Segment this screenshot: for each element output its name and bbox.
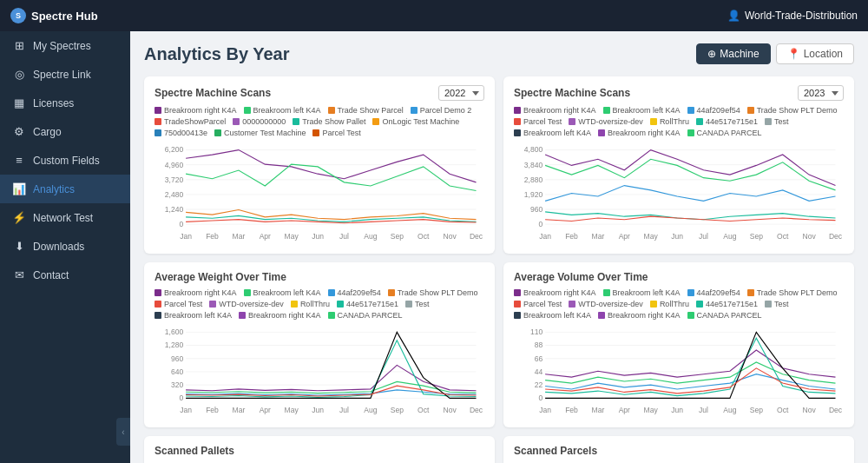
legend-color [328, 312, 335, 319]
sidebar-item-contact[interactable]: ✉ Contact [0, 261, 130, 289]
svg-text:Mar: Mar [592, 406, 605, 414]
legend-color [155, 289, 161, 296]
legend-color [291, 301, 298, 308]
legend-item: Test [405, 300, 430, 308]
sidebar-item-my-spectres[interactable]: ⊞ My Spectres [0, 31, 130, 60]
legend-item: RollThru [650, 117, 689, 126]
svg-text:Feb: Feb [206, 406, 219, 414]
legend-color [155, 312, 161, 319]
legend-label: Breakroom right K4A [608, 129, 681, 137]
chart-top-right-year-select[interactable]: 202220232024 [798, 85, 844, 101]
svg-text:Jan: Jan [180, 406, 192, 414]
legend-item: CANADA PARCEL [328, 311, 403, 320]
legend-label: RollThru [660, 300, 689, 308]
legend-label: Breakroom left K4A [253, 106, 321, 115]
chart-bottom-left-title: Scanned Pallets [155, 445, 234, 457]
sidebar-label-cargo: Cargo [33, 126, 62, 138]
contact-icon: ✉ [12, 268, 26, 281]
legend-label: Breakroom left K4A [613, 106, 681, 115]
chart-top-left-year-select[interactable]: 202220232024 [438, 85, 484, 101]
legend-label: Breakroom left K4A [523, 311, 591, 320]
legend-label: 44af209ef54 [338, 288, 381, 297]
chart-mid-right-svg-container: 022446688110JanFebMarAprMayJunJulAugSepO… [514, 323, 844, 419]
legend-item: Parcel Demo 2 [411, 106, 472, 115]
svg-text:Oct: Oct [777, 232, 789, 241]
chart-mid-left: Average Weight Over Time Breakroom right… [144, 262, 495, 427]
svg-text:May: May [285, 406, 299, 414]
sidebar-item-licenses[interactable]: ▦ Licenses [0, 89, 130, 117]
chart-top-left-header: Spectre Machine Scans 202220232024 [155, 85, 484, 101]
sidebar-item-spectre-link[interactable]: ◎ Spectre Link [0, 60, 130, 89]
legend-item: Breakroom left K4A [155, 311, 232, 320]
svg-text:1,280: 1,280 [165, 341, 184, 349]
legend-label: RollThru [660, 117, 689, 126]
legend-item: 750d00413e [155, 129, 207, 137]
legend-color [687, 289, 694, 296]
svg-text:Dec: Dec [470, 232, 483, 241]
svg-text:88: 88 [535, 341, 543, 349]
chart-mid-right-svg: 022446688110JanFebMarAprMayJunJulAugSepO… [514, 323, 844, 419]
legend-color [239, 312, 246, 319]
legend-item: Test [765, 117, 789, 126]
sidebar-item-network-test[interactable]: ⚡ Network Test [0, 203, 130, 232]
sidebar-item-cargo[interactable]: ⚙ Cargo [0, 117, 130, 146]
legend-label: Parcel Demo 2 [420, 106, 472, 115]
legend-label: Parcel Test [322, 129, 360, 137]
svg-text:66: 66 [535, 354, 543, 363]
legend-color [747, 289, 754, 296]
legend-color [696, 301, 703, 308]
legend-color [514, 289, 521, 296]
sidebar-item-downloads[interactable]: ⬇ Downloads [0, 232, 130, 261]
legend-label: CANADA PARCEL [338, 311, 403, 320]
svg-text:0: 0 [179, 220, 183, 228]
chart-bottom-right: Scanned Parcels CANADA PARCEL 0193857769… [503, 436, 854, 463]
svg-text:6,200: 6,200 [165, 145, 184, 154]
svg-text:Sep: Sep [750, 406, 763, 414]
top-navigation: S Spectre Hub 👤 World-Trade-Distribution [0, 0, 868, 31]
machine-toggle-icon: ⊕ [707, 48, 716, 60]
svg-text:Jan: Jan [539, 232, 551, 241]
legend-item: Breakroom left K4A [603, 288, 681, 297]
legend-item: 44af209ef54 [687, 288, 740, 297]
svg-text:0: 0 [179, 394, 183, 402]
svg-text:0: 0 [538, 220, 542, 228]
legend-color [687, 129, 694, 136]
legend-label: Breakroom right K4A [608, 311, 681, 320]
svg-text:Oct: Oct [418, 406, 430, 414]
legend-item: Breakroom left K4A [244, 106, 321, 115]
legend-color [155, 118, 161, 125]
svg-text:Sep: Sep [750, 232, 763, 241]
svg-text:Sep: Sep [391, 232, 404, 241]
sidebar-collapse-button[interactable]: ‹ [116, 418, 130, 446]
legend-label: Customer Test Machine [224, 129, 306, 137]
svg-text:1,920: 1,920 [524, 190, 543, 199]
legend-item: Breakroom right K4A [155, 288, 237, 297]
location-toggle-button[interactable]: 📍 Location [776, 43, 854, 64]
logo-icon: S [10, 8, 26, 23]
machine-toggle-button[interactable]: ⊕ Machine [696, 43, 770, 64]
legend-color [514, 118, 521, 125]
legend-label: 44e517e715e1 [346, 300, 398, 308]
sidebar-item-analytics[interactable]: 📊 Analytics [0, 175, 130, 203]
legend-color [650, 118, 657, 125]
legend-item: Breakroom left K4A [603, 106, 681, 115]
svg-text:Mar: Mar [592, 232, 605, 241]
page-title: Analytics By Year [144, 44, 290, 64]
legend-item: WTD-oversize-dev [209, 300, 284, 308]
legend-item: Parcel Test [514, 117, 562, 126]
legend-color [155, 129, 161, 136]
machine-toggle-label: Machine [720, 48, 759, 60]
svg-text:960: 960 [171, 354, 184, 363]
sidebar-item-custom-fields[interactable]: ≡ Custom Fields [0, 146, 130, 175]
legend-item: WTD-oversize-dev [569, 117, 643, 126]
legend-item: TradeShowParcel [155, 117, 226, 126]
svg-text:May: May [644, 406, 659, 414]
legend-label: OnLogic Test Machine [382, 117, 459, 126]
sidebar-label-downloads: Downloads [33, 241, 84, 253]
svg-text:Oct: Oct [777, 406, 789, 414]
chart-top-right-svg-container: 09601,9202,8803,8404,800JanFebMarAprMayJ… [514, 141, 844, 245]
legend-color [569, 118, 575, 125]
legend-item: WTD-oversize-dev [569, 300, 643, 308]
legend-color [514, 301, 521, 308]
legend-label: Breakroom right K4A [523, 106, 596, 115]
